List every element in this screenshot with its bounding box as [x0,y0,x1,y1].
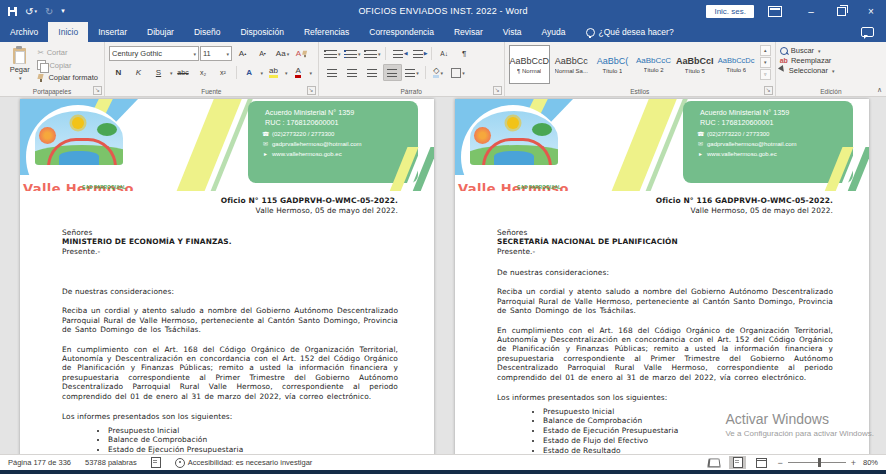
collapse-ribbon-icon[interactable]: ∧ [877,86,882,94]
style-normal-sa[interactable]: AaBbCc Normal Sa... [552,45,591,84]
change-case-button[interactable]: Aa▾ [273,45,292,62]
line-spacing-button[interactable]: ▾ [403,64,422,81]
copy-icon [37,60,46,70]
accessibility-status[interactable]: Accesibilidad: es necesario investigar [175,458,313,468]
highlight-options-icon[interactable]: ▾ [285,70,288,76]
style-titulo-6[interactable]: AaBbCcDc Título 6 [717,45,756,84]
style-titulo-1[interactable]: AaBbC( Título 1 [593,45,632,84]
customize-qat-icon[interactable]: ▾ [61,7,65,15]
restore-button[interactable] [826,0,856,22]
tab-disposicion[interactable]: Disposición [230,22,293,42]
close-button[interactable]: × [856,0,886,22]
tab-archivo[interactable]: Archivo [0,22,48,42]
styles-scroll-up-icon[interactable]: ▴ [760,45,771,56]
zoom-level[interactable]: 80% [863,458,878,467]
find-button[interactable]: Buscar▾ [780,46,882,55]
show-paragraph-marks-button[interactable]: ¶ [455,45,474,62]
tab-insertar[interactable]: Insertar [88,22,137,42]
minimize-button[interactable]: – [796,0,826,22]
title-bar: ↺▾ ↻ ▾ OFICIOS ENVIADOS INST. 2022 - Wor… [0,0,886,22]
feedback-comment-icon[interactable] [861,27,874,37]
save-icon[interactable] [8,7,17,16]
letter-body[interactable]: Oficio N° 115 GADPRVH-O-WMC-05-2022. Val… [20,196,434,454]
font-color-options-icon[interactable]: ▾ [310,70,313,76]
bullet-list-button[interactable]: ▾ [323,45,342,62]
strikethrough-button[interactable]: abc [174,64,193,81]
proofing-status[interactable] [151,457,161,468]
highlight-button[interactable]: ab [269,67,278,78]
undo-icon[interactable]: ↺▾ [25,6,37,17]
text-effects-button[interactable]: A [240,64,259,81]
tab-inicio[interactable]: Inicio [48,22,88,42]
list-item: Presupuesto Inicial [543,407,833,416]
read-mode-button[interactable] [705,456,722,469]
tab-vista[interactable]: Vista [493,22,532,42]
document-page-1[interactable]: Valle Hermoso GAD PARROQUIAL Acuerdo Min… [20,99,434,454]
superscript-button[interactable]: x² [214,64,233,81]
underline-button[interactable]: S [149,64,168,81]
style-titulo-2[interactable]: AaBbCcC Título 2 [634,45,673,84]
tab-referencias[interactable]: Referencias [294,22,359,42]
word-count[interactable]: 53788 palabras [85,458,137,467]
tab-dibujar[interactable]: Dibujar [137,22,184,42]
text-effects-options-icon[interactable]: ▾ [261,70,264,76]
styles-gallery-more-icon[interactable]: ▿ [760,69,771,80]
multilevel-list-button[interactable]: ▾ [363,45,382,62]
italic-button[interactable]: K [129,64,148,81]
numbered-list-button[interactable]: ▾ [343,45,362,62]
letter-body[interactable]: Oficio N° 116 GADPRVH-O-WMC-05-2022. Val… [455,196,869,454]
underline-options-icon[interactable]: ▾ [170,70,173,76]
font-color-button[interactable]: A [295,67,300,78]
copy-button[interactable]: Copiar [35,59,100,71]
zoom-slider[interactable] [788,462,846,463]
document-page-2[interactable]: Valle Hermoso GAD PARROQUIAL Acuerdo Min… [455,99,869,454]
shrink-font-button[interactable]: A▾ [253,45,272,62]
dialog-launcher-icon[interactable]: ↘ [307,86,316,95]
justify-button[interactable] [383,64,402,81]
align-right-button[interactable] [363,64,382,81]
print-layout-button[interactable] [729,456,746,469]
flower-icon [39,127,56,144]
dialog-launcher-icon[interactable]: ↘ [93,86,102,95]
font-size-select[interactable]: 11▾ [200,46,232,61]
web-layout-button[interactable] [753,456,770,469]
zoom-slider-handle[interactable] [818,458,821,467]
valle-hermoso-logo [35,111,123,165]
dialog-launcher-icon[interactable]: ↘ [493,86,502,95]
style-titulo-5[interactable]: AaBbCcI Título 5 [675,45,715,84]
zoom-in-button[interactable]: + [851,458,856,468]
increase-indent-button[interactable]: ▶ [409,45,428,62]
website-url: www.vallehermoso.gob.ec [707,151,777,157]
font-family-select[interactable]: Century Gothic▾ [109,46,199,61]
ribbon-display-options-icon[interactable] [768,6,782,17]
bold-button[interactable]: N [109,64,128,81]
tab-diseno[interactable]: Diseño [184,22,230,42]
tab-ayuda[interactable]: Ayuda [532,22,576,42]
sign-in-button[interactable]: Inic. ses. [706,5,754,18]
subscript-button[interactable]: x₂ [194,64,213,81]
tab-revisar[interactable]: Revisar [444,22,493,42]
sort-button[interactable]: A↓ [435,45,454,62]
paste-button[interactable]: Pegar ▾ [4,45,35,85]
decrease-indent-button[interactable]: ◀ [389,45,408,62]
styles-scroll-down-icon[interactable]: ▾ [760,57,771,68]
borders-button[interactable]: ▾ [449,64,468,81]
tell-me-box[interactable]: ¿Qué desea hacer? [576,22,684,42]
select-button[interactable]: Seleccionar▾ [780,66,882,75]
format-painter-button[interactable]: Copiar formato [35,72,100,83]
group-label: Párrafo [319,88,504,95]
brush-icon [37,74,45,82]
dialog-launcher-icon[interactable]: ↘ [764,86,773,95]
tab-correspondencia[interactable]: Correspondencia [359,22,444,42]
align-center-button[interactable] [343,64,362,81]
page-count[interactable]: Página 177 de 336 [8,458,71,467]
shading-button[interactable]: ◇▾ [429,64,448,81]
replace-button[interactable]: abReemplazar [780,56,882,65]
grow-font-button[interactable]: A▴ [233,45,252,62]
zoom-out-button[interactable]: − [777,458,782,468]
style-normal[interactable]: AaBbCcD ¶ Normal [509,45,550,84]
cut-button[interactable]: ✂Cortar [35,47,100,58]
clear-formatting-button[interactable]: A [293,45,312,62]
header-info-box: Acuerdo Ministerial N° 1359 RUC : 176812… [683,101,853,183]
align-left-button[interactable] [323,64,342,81]
